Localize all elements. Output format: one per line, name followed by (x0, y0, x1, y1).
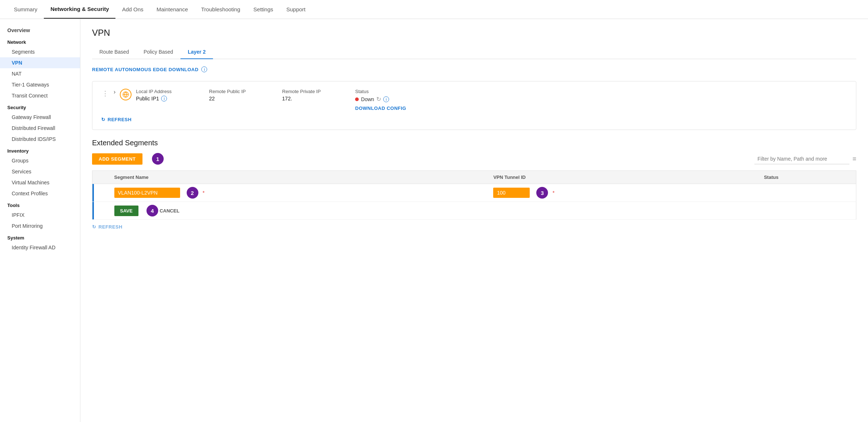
tab-layer2[interactable]: Layer 2 (180, 45, 213, 59)
nav-addons[interactable]: Add Ons (115, 0, 150, 18)
status-down-dot (355, 97, 359, 101)
extended-segments-title: Extended Segments (92, 139, 856, 147)
sidebar-item-gateway-firewall[interactable]: Gateway Firewall (0, 112, 80, 123)
sidebar-item-identity-firewall-ad[interactable]: Identity Firewall AD (0, 242, 80, 253)
sidebar-item-services[interactable]: Services (0, 166, 80, 177)
vpn-tunnel-icon (120, 89, 132, 100)
table-row: 2 * 3 * (92, 184, 856, 202)
segment-name-required: * (203, 190, 205, 196)
vpn-remote-public-ip-label: Remote Public IP (209, 89, 267, 94)
sidebar-item-virtual-machines[interactable]: Virtual Machines (0, 177, 80, 188)
vpn-local-ip-value: Public IP1 i (136, 96, 194, 101)
nav-support[interactable]: Support (280, 0, 312, 18)
step-badge-4: 4 (146, 205, 158, 216)
local-ip-info-icon[interactable]: i (161, 96, 167, 101)
nav-settings[interactable]: Settings (247, 0, 280, 18)
vpn-dots-menu[interactable]: ⋮ (101, 89, 109, 98)
tab-route-based[interactable]: Route Based (92, 45, 136, 59)
vpn-remote-public-ip-field: Remote Public IP 22 (209, 89, 267, 101)
step-badge-2: 2 (187, 187, 198, 199)
refresh-icon: ↻ (101, 117, 106, 122)
status-info-icon[interactable]: i (383, 96, 389, 102)
segments-table-wrapper: Segment Name VPN Tunnel ID Status 2 (92, 170, 856, 220)
remote-autonomous-edge-link[interactable]: REMOTE AUTONOMOUS EDGE DOWNLOAD (92, 67, 198, 72)
sidebar-section-system: System (0, 231, 80, 242)
vpn-card: ⋮ › Local IP Address Public IP1 i (92, 81, 856, 130)
sidebar-item-vpn[interactable]: VPN (0, 57, 80, 68)
sidebar-item-distributed-ids-ips[interactable]: Distributed IDS/IPS (0, 134, 80, 145)
cancel-button[interactable]: CANCEL (160, 208, 179, 214)
add-segment-button[interactable]: ADD SEGMENT (92, 153, 142, 165)
segments-toolbar: ADD SEGMENT 1 ≡ (92, 153, 856, 165)
vpn-remote-private-ip-label: Remote Private IP (282, 89, 340, 94)
sidebar-section-inventory: Inventory (0, 145, 80, 155)
nav-maintenance[interactable]: Maintenance (150, 0, 195, 18)
row-checkbox-cell (94, 184, 108, 202)
sidebar-item-distributed-firewall[interactable]: Distributed Firewall (0, 123, 80, 134)
layout: Overview Network Segments VPN NAT Tier-1… (0, 19, 868, 422)
segment-name-field-wrapper: 2 * (114, 187, 482, 199)
sidebar-section-network: Network (0, 36, 80, 46)
top-nav: Summary Networking & Security Add Ons Ma… (0, 0, 868, 19)
action-row-blank (94, 202, 108, 220)
sidebar-item-context-profiles[interactable]: Context Profiles (0, 188, 80, 199)
vpn-local-ip-field: Local IP Address Public IP1 i (136, 89, 194, 101)
sidebar-item-tier1-gateways[interactable]: Tier-1 Gateways (0, 79, 80, 90)
tab-policy-based[interactable]: Policy Based (136, 45, 180, 59)
row-status-cell (758, 184, 856, 202)
col-status: Status (758, 171, 856, 184)
sidebar-section-security: Security (0, 101, 80, 112)
sidebar-item-ipfix[interactable]: IPFIX (0, 210, 80, 220)
nav-troubleshooting[interactable]: Troubleshooting (195, 0, 247, 18)
action-row-buttons-cell: SAVE 4 CANCEL (108, 202, 856, 220)
page-title: VPN (92, 28, 856, 38)
download-config-link[interactable]: DOWNLOAD CONFIG (355, 106, 428, 111)
col-segment-name: Segment Name (108, 171, 488, 184)
status-down-text: Down (361, 96, 374, 102)
sidebar-item-groups[interactable]: Groups (0, 155, 80, 166)
vpn-status-label: Status (355, 89, 428, 94)
vpn-tunnel-id-input[interactable] (493, 188, 530, 198)
segments-table: Segment Name VPN Tunnel ID Status 2 (92, 170, 856, 220)
segment-filter-input[interactable] (754, 154, 849, 164)
vpn-tunnel-id-field-wrapper: 3 * (493, 187, 752, 199)
vpn-remote-private-ip-value: 172. (282, 96, 340, 101)
sidebar-item-port-mirroring[interactable]: Port Mirroring (0, 220, 80, 231)
col-checkbox (94, 171, 108, 184)
vpn-remote-private-ip-field: Remote Private IP 172. (282, 89, 340, 101)
remote-link-info-icon[interactable]: i (201, 66, 207, 72)
save-button[interactable]: SAVE (114, 206, 138, 216)
remote-link-section: REMOTE AUTONOMOUS EDGE DOWNLOAD i (92, 66, 856, 72)
refresh-icon-inline[interactable]: ↻ (376, 96, 381, 103)
nav-networking-security[interactable]: Networking & Security (44, 0, 115, 19)
sidebar-item-segments[interactable]: Segments (0, 46, 80, 57)
vpn-status-down: Down ↻ i (355, 96, 428, 103)
sidebar-overview[interactable]: Overview (0, 25, 80, 36)
refresh-label: REFRESH (108, 117, 132, 122)
row-segment-name-cell: 2 * (108, 184, 488, 202)
vpn-tunnel-id-required: * (552, 190, 554, 196)
step-badge-1: 1 (152, 153, 164, 165)
bottom-refresh-button[interactable]: ↻ REFRESH (92, 224, 856, 230)
table-header: Segment Name VPN Tunnel ID Status (92, 171, 856, 184)
vpn-refresh-button[interactable]: ↻ REFRESH (101, 117, 847, 122)
save-cancel-wrapper: SAVE 4 CANCEL (114, 205, 850, 216)
vpn-local-ip-label: Local IP Address (136, 89, 194, 94)
sidebar-item-transit-connect[interactable]: Transit Connect (0, 90, 80, 101)
toolbar-left: ADD SEGMENT 1 (92, 153, 164, 165)
vpn-tabs: Route Based Policy Based Layer 2 (92, 45, 856, 59)
row-vpn-tunnel-id-cell: 3 * (487, 184, 758, 202)
segment-name-input[interactable] (114, 188, 180, 198)
nav-summary[interactable]: Summary (7, 0, 44, 18)
vpn-status-section: Status Down ↻ i DOWNLOAD CONFIG (355, 89, 428, 111)
bottom-refresh-label: REFRESH (99, 224, 123, 230)
filter-area: ≡ (754, 154, 856, 164)
sidebar-item-nat[interactable]: NAT (0, 68, 80, 79)
vpn-fields: Local IP Address Public IP1 i Remote Pub… (136, 89, 847, 111)
vpn-remote-public-ip-value: 22 (209, 96, 267, 101)
filter-icon: ≡ (852, 155, 856, 163)
col-vpn-tunnel-id: VPN Tunnel ID (487, 171, 758, 184)
bottom-refresh-icon: ↻ (92, 224, 96, 230)
vpn-row: ⋮ › Local IP Address Public IP1 i (101, 89, 847, 111)
vpn-chevron-icon[interactable]: › (114, 89, 115, 95)
